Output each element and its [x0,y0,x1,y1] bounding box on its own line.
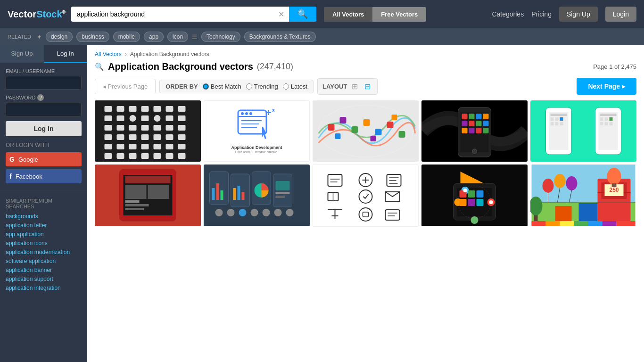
svg-rect-31 [141,144,149,149]
search-bar: ✕ 🔍 [71,7,316,22]
tab-free-vectors[interactable]: Free Vectors [372,7,426,22]
image-cell-7[interactable] [204,165,310,227]
layout-grid-large[interactable]: ⊟ [363,81,372,92]
related-tag-mobile[interactable]: mobile [113,32,140,42]
nav-pricing[interactable]: Pricing [531,10,552,18]
logo[interactable]: VectorStock® [8,9,66,20]
premium-link-app-support[interactable]: application support [6,276,82,282]
svg-rect-100 [125,176,171,183]
controls-bar: ◂ Previous Page ORDER BY Best Match Tren… [95,78,636,95]
image-2-svg [236,108,278,143]
radio-latest[interactable] [283,83,289,90]
logo-stock: Stock [36,9,62,19]
premium-link-application-icons[interactable]: application icons [6,240,82,247]
svg-point-121 [227,209,235,216]
google-icon: G [9,156,15,163]
image-cell-8[interactable] [313,165,419,227]
image-cell-6[interactable] [95,165,201,227]
email-label: EMAIL / USERNAME [6,68,82,74]
svg-rect-102 [148,185,169,199]
sidebar-tab-signup[interactable]: Sign Up [0,45,44,63]
svg-rect-178 [555,206,572,222]
nav-categories[interactable]: Categories [492,10,524,18]
svg-rect-38 [141,153,149,159]
premium-link-app-modernization[interactable]: application modernization [6,249,82,255]
svg-rect-34 [178,144,186,149]
svg-rect-17 [141,125,149,131]
svg-rect-28 [105,144,112,149]
sidebar: Sign Up Log In EMAIL / USERNAME PASSWORD… [0,45,87,362]
related-tag-business[interactable]: business [76,32,109,42]
breadcrumb: All Vectors › Application Background vec… [95,51,636,58]
image-9-svg [421,165,528,226]
svg-rect-96 [605,122,608,125]
sidebar-tabs: Sign Up Log In [0,45,87,63]
premium-link-backgrounds[interactable]: backgrounds [6,213,82,220]
search-input[interactable] [71,7,273,22]
related-tag-backgrounds[interactable]: Backgrounds & Textures [244,32,316,42]
google-label: Google [18,156,38,163]
google-login-button[interactable]: G Google [6,152,82,166]
premium-link-app-banner[interactable]: application banner [6,267,82,273]
premium-link-app-application[interactable]: app application [6,231,82,238]
layout-grid-small[interactable]: ⊞ [350,81,360,92]
svg-rect-119 [276,196,285,198]
image-cell-3[interactable] [313,100,419,162]
signup-button[interactable]: Sign Up [559,7,598,22]
related-tag-icon[interactable]: icon [167,32,188,42]
svg-point-159 [463,189,467,192]
radio-best-match[interactable] [203,83,209,90]
svg-rect-70 [483,114,489,119]
search-button[interactable]: 🔍 [289,7,316,22]
order-trending[interactable]: Trending [246,83,278,90]
svg-rect-76 [469,128,475,133]
login-btn-sidebar[interactable]: Log In [6,121,82,136]
svg-rect-104 [125,204,149,206]
svg-rect-7 [105,115,112,121]
sidebar-tab-login[interactable]: Log In [44,45,88,63]
facebook-login-button[interactable]: f Facebook [6,169,82,183]
order-by-group: ORDER BY Best Match Trending Latest [159,80,314,93]
search-icon: 🔍 [95,62,104,71]
image-cell-4[interactable] [421,100,528,162]
svg-point-45 [245,112,248,115]
order-latest[interactable]: Latest [283,83,307,90]
page-title-text: Application Background vectors [108,61,253,72]
image-cell-1[interactable] [95,100,201,162]
email-input[interactable] [6,76,82,90]
image-cell-5[interactable] [530,100,636,162]
tab-all-vectors[interactable]: All Vectors [324,7,372,22]
image-1-svg [95,100,201,162]
svg-point-170 [554,174,566,188]
radio-trending[interactable] [246,83,252,90]
prev-page-button[interactable]: ◂ Previous Page [95,79,156,94]
svg-point-79 [472,149,477,154]
search-clear-button[interactable]: ✕ [273,7,289,22]
related-tag-technology[interactable]: Technology [201,32,240,42]
header-nav: Categories Pricing Sign Up Login [492,7,636,22]
premium-link-app-integration[interactable]: application integration [6,285,82,291]
svg-rect-93 [605,117,608,121]
svg-rect-5 [166,106,173,112]
password-input[interactable] [6,103,82,116]
svg-rect-39 [154,153,161,159]
order-best-match[interactable]: Best Match [203,83,241,90]
related-tag-design[interactable]: design [46,32,73,42]
svg-rect-57 [352,126,358,133]
svg-rect-181 [532,221,546,226]
premium-link-software-app[interactable]: software application [6,258,82,264]
svg-rect-22 [117,134,124,140]
svg-rect-58 [363,119,370,126]
svg-rect-97 [610,122,613,125]
image-3-svg [313,100,419,162]
next-page-button[interactable]: Next Page ▸ [577,78,636,95]
svg-point-126 [286,209,294,216]
image-cell-9[interactable] [421,165,528,227]
breadcrumb-all-vectors[interactable]: All Vectors [95,51,122,58]
related-tag-app[interactable]: app [144,32,164,42]
svg-rect-1 [117,106,124,112]
premium-link-application-letter[interactable]: application letter [6,222,82,229]
image-cell-2[interactable]: Application Development Line icon. Edita… [204,100,310,162]
image-cell-10[interactable]: 250 [530,165,636,227]
login-button[interactable]: Login [605,7,636,22]
